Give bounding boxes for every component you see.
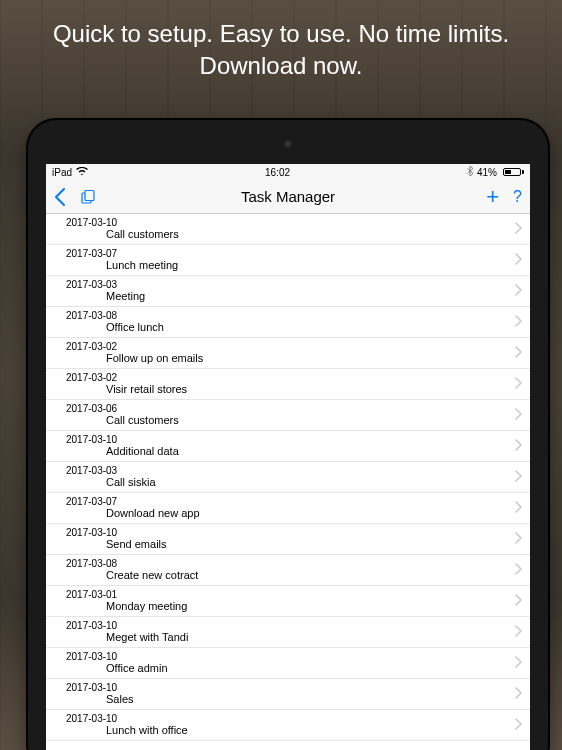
task-title: Create new cotract: [106, 569, 198, 582]
status-bar: iPad 16:02 41%: [46, 164, 530, 180]
task-list[interactable]: 2017-03-10Call customers2017-03-07Lunch …: [46, 214, 530, 750]
task-date: 2017-03-10: [66, 217, 179, 229]
task-date: 2017-03-10: [66, 713, 188, 725]
task-title: Office admin: [106, 662, 168, 675]
chevron-right-icon: [515, 345, 522, 361]
task-row[interactable]: 2017-03-10Sales: [46, 679, 530, 710]
task-title: Follow up on emails: [106, 352, 203, 365]
task-title: Call customers: [106, 414, 179, 427]
task-row[interactable]: 2017-03-03Meeting: [46, 276, 530, 307]
status-time: 16:02: [265, 167, 290, 178]
task-date: 2017-03-10: [66, 651, 168, 663]
task-title: Lunch meeting: [106, 259, 178, 272]
task-title: Call siskia: [106, 476, 156, 489]
task-date: 2017-03-02: [66, 372, 187, 384]
task-date: 2017-03-10: [66, 527, 167, 539]
task-title: Monday meeting: [106, 600, 187, 613]
task-title: Lunch with office: [106, 724, 188, 737]
device-screen: iPad 16:02 41%: [46, 164, 530, 750]
task-row[interactable]: 2017-03-08Create new cotract: [46, 555, 530, 586]
navigation-bar: Task Manager + ?: [46, 180, 530, 214]
task-date: 2017-03-10: [66, 620, 188, 632]
task-date: 2017-03-07: [66, 248, 178, 260]
task-title: Send emails: [106, 538, 167, 551]
task-title: Office lunch: [106, 321, 164, 334]
task-title: Additional data: [106, 445, 179, 458]
wifi-icon: [76, 167, 88, 178]
chevron-right-icon: [515, 438, 522, 454]
task-date: 2017-03-08: [66, 310, 164, 322]
task-row[interactable]: 2017-03-02Follow up on emails: [46, 338, 530, 369]
task-row[interactable]: 2017-03-10Call customers: [46, 214, 530, 245]
chevron-right-icon: [515, 531, 522, 547]
chevron-right-icon: [515, 655, 522, 671]
task-date: 2017-03-03: [66, 279, 145, 291]
task-title: Meget with Tandi: [106, 631, 188, 644]
task-row[interactable]: 2017-03-10Meget with Tandi: [46, 617, 530, 648]
task-title: Call customers: [106, 228, 179, 241]
chevron-right-icon: [515, 500, 522, 516]
task-row[interactable]: 2017-03-07Download new app: [46, 493, 530, 524]
add-button[interactable]: +: [486, 184, 499, 210]
task-date: 2017-03-10: [66, 434, 179, 446]
task-row[interactable]: 2017-03-08Office lunch: [46, 307, 530, 338]
carrier-label: iPad: [52, 167, 72, 178]
task-date: 2017-03-01: [66, 589, 187, 601]
chevron-right-icon: [515, 407, 522, 423]
device-camera: [284, 140, 292, 148]
battery-icon: [501, 168, 524, 176]
back-button[interactable]: [54, 188, 66, 206]
task-row[interactable]: 2017-03-10Send emails: [46, 524, 530, 555]
bluetooth-icon: [467, 166, 473, 178]
copy-button[interactable]: [80, 189, 96, 205]
promo-headline: Quick to setup. Easy to use. No time lim…: [0, 0, 562, 93]
chevron-right-icon: [515, 562, 522, 578]
task-date: 2017-03-10: [66, 682, 134, 694]
task-row[interactable]: 2017-03-10Additional data: [46, 431, 530, 462]
task-title: Sales: [106, 693, 134, 706]
task-title: Meeting: [106, 290, 145, 303]
chevron-right-icon: [515, 252, 522, 268]
chevron-right-icon: [515, 469, 522, 485]
chevron-right-icon: [515, 686, 522, 702]
chevron-right-icon: [515, 717, 522, 733]
task-row[interactable]: 2017-03-10Office admin: [46, 648, 530, 679]
chevron-right-icon: [515, 314, 522, 330]
battery-percent: 41%: [477, 167, 497, 178]
status-right: 41%: [467, 166, 524, 178]
task-row[interactable]: 2017-03-02Visir retail stores: [46, 369, 530, 400]
task-row[interactable]: 2017-03-10Lunch with office: [46, 710, 530, 741]
help-button[interactable]: ?: [513, 188, 522, 206]
task-title: Visir retail stores: [106, 383, 187, 396]
task-date: 2017-03-07: [66, 496, 200, 508]
task-date: 2017-03-02: [66, 341, 203, 353]
chevron-right-icon: [515, 283, 522, 299]
task-date: 2017-03-03: [66, 465, 156, 477]
status-left: iPad: [52, 167, 88, 178]
device-frame: iPad 16:02 41%: [28, 120, 548, 750]
task-title: Download new app: [106, 507, 200, 520]
task-row[interactable]: 2017-03-01Monday meeting: [46, 586, 530, 617]
chevron-right-icon: [515, 624, 522, 640]
svg-rect-1: [85, 190, 94, 200]
chevron-right-icon: [515, 376, 522, 392]
task-row[interactable]: 2017-03-03Call siskia: [46, 462, 530, 493]
chevron-right-icon: [515, 593, 522, 609]
task-date: 2017-03-06: [66, 403, 179, 415]
task-row[interactable]: 2017-03-07Lunch meeting: [46, 245, 530, 276]
chevron-right-icon: [515, 221, 522, 237]
task-date: 2017-03-08: [66, 558, 198, 570]
task-row[interactable]: 2017-03-06Call customers: [46, 400, 530, 431]
